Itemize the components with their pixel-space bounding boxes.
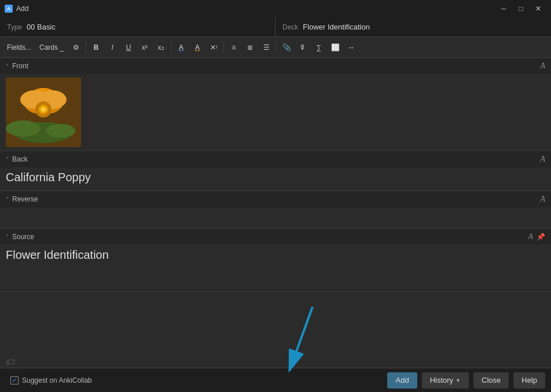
app-icon: A [5, 5, 13, 13]
front-field-header[interactable]: ˅ Front A [0, 58, 551, 74]
superscript-button[interactable]: x² [137, 40, 152, 55]
reverse-field-label: Reverse [12, 195, 38, 203]
cards-button[interactable]: Cards _ [36, 40, 67, 55]
reverse-field-content[interactable] [0, 207, 551, 228]
svg-point-3 [46, 124, 75, 138]
fields-area: ˅ Front A [0, 58, 551, 368]
back-field-header-right: A [540, 155, 545, 164]
add-button[interactable]: Add [387, 372, 417, 389]
type-label: Type [7, 23, 22, 31]
source-a-label: A [528, 232, 533, 241]
highlight-color-button[interactable]: A [190, 40, 205, 55]
reverse-a-label: A [540, 195, 545, 204]
toolbar-divider-3 [223, 42, 224, 53]
type-value: 00 Basic [27, 23, 56, 31]
deck-value: Flower Identification [303, 23, 370, 31]
special-char-button[interactable]: ↔ [344, 40, 359, 55]
suggest-label: Suggest on AnkiCollab [22, 376, 92, 384]
type-section[interactable]: Type 00 Basic [0, 17, 276, 36]
history-button[interactable]: History ▼ [422, 372, 469, 389]
back-field-text: California Poppy [6, 171, 91, 184]
suggest-section: ✓ Suggest on AnkiCollab [10, 376, 92, 384]
bottom-bar: ✓ Suggest on AnkiCollab Add History ▼ Cl… [0, 368, 551, 392]
reverse-field-header-right: A [540, 195, 545, 204]
back-field-section: ˅ Back A California Poppy [0, 151, 551, 191]
maximize-button[interactable]: □ [513, 3, 529, 14]
help-button[interactable]: Help [513, 372, 545, 389]
toolbar-divider-2 [171, 42, 171, 53]
history-label: History [430, 376, 453, 384]
reverse-field-header[interactable]: ˅ Reverse A [0, 191, 551, 207]
close-window-button[interactable]: ✕ [530, 3, 546, 14]
bold-button[interactable]: B [89, 40, 104, 55]
reverse-field-section: ˅ Reverse A [0, 191, 551, 229]
pin-icon: 📌 [537, 233, 545, 241]
front-field-section: ˅ Front A [0, 58, 551, 151]
deck-label: Deck [282, 23, 298, 31]
toolbar-divider-4 [276, 42, 277, 53]
svg-point-12 [41, 107, 46, 112]
source-chevron-icon: ˅ [6, 234, 9, 240]
back-a-label: A [540, 155, 545, 164]
close-button[interactable]: Close [473, 372, 509, 389]
type-deck-row: Type 00 Basic Deck Flower Identification [0, 17, 551, 37]
eraser-button[interactable]: ✕f [206, 40, 221, 55]
minimize-button[interactable]: ─ [495, 3, 512, 14]
math-button[interactable]: ∑ [311, 40, 326, 55]
front-chevron-icon: ˅ [6, 63, 9, 69]
ordered-list-button[interactable]: ≣ [243, 40, 258, 55]
suggest-checkbox[interactable]: ✓ [10, 376, 19, 384]
reverse-field-header-left: ˅ Reverse [6, 195, 38, 203]
back-chevron-icon: ˅ [6, 156, 9, 163]
deck-section[interactable]: Deck Flower Identification [276, 17, 551, 36]
title-bar-left: A Add [5, 5, 28, 13]
title-bar: A Add ─ □ ✕ [0, 0, 551, 17]
subscript-button[interactable]: x₂ [153, 40, 168, 55]
spacer [0, 292, 551, 361]
tag-icon[interactable]: 🏷 [6, 357, 15, 368]
settings-button[interactable]: ⚙ [68, 40, 83, 55]
source-field-header[interactable]: ˅ Source A 📌 [0, 229, 551, 245]
source-field-content[interactable]: Flower Identification [0, 245, 551, 291]
front-a-label: A [540, 61, 545, 71]
back-field-header[interactable]: ˅ Back A [0, 151, 551, 167]
source-field-text: Flower Identification [6, 248, 109, 261]
source-field-header-right: A 📌 [528, 232, 545, 241]
front-field-header-left: ˅ Front [6, 62, 28, 70]
attach-button[interactable]: 📎 [279, 40, 294, 55]
back-field-label: Back [12, 155, 28, 163]
window-title: Add [16, 5, 28, 13]
screen-button[interactable]: ⬜ [328, 40, 343, 55]
front-field-header-right: A [540, 61, 545, 71]
back-field-content[interactable]: California Poppy [0, 167, 551, 190]
font-color-button[interactable]: A [174, 40, 189, 55]
source-field-header-left: ˅ Source [6, 233, 34, 241]
history-dropdown-icon: ▼ [456, 378, 461, 383]
source-field-label: Source [12, 233, 34, 241]
underline-button[interactable]: U [121, 40, 136, 55]
fields-button[interactable]: Fields... [3, 40, 35, 55]
unordered-list-button[interactable]: ≡ [226, 40, 241, 55]
window-controls: ─ □ ✕ [495, 3, 546, 14]
italic-button[interactable]: I [105, 40, 120, 55]
align-button[interactable]: ☰ [259, 40, 274, 55]
back-field-header-left: ˅ Back [6, 155, 28, 163]
front-field-label: Front [12, 62, 28, 70]
toolbar: Fields... Cards _ ⚙ B I U x² x₂ A A ✕f ≡… [0, 37, 551, 58]
source-field-section: ˅ Source A 📌 Flower Identification [0, 229, 551, 292]
reverse-chevron-icon: ˅ [6, 196, 9, 203]
record-button[interactable]: 🎙 [295, 40, 310, 55]
svg-point-2 [6, 120, 41, 137]
toolbar-divider-1 [86, 42, 86, 53]
flower-image [6, 78, 81, 147]
front-field-content[interactable] [0, 74, 551, 151]
